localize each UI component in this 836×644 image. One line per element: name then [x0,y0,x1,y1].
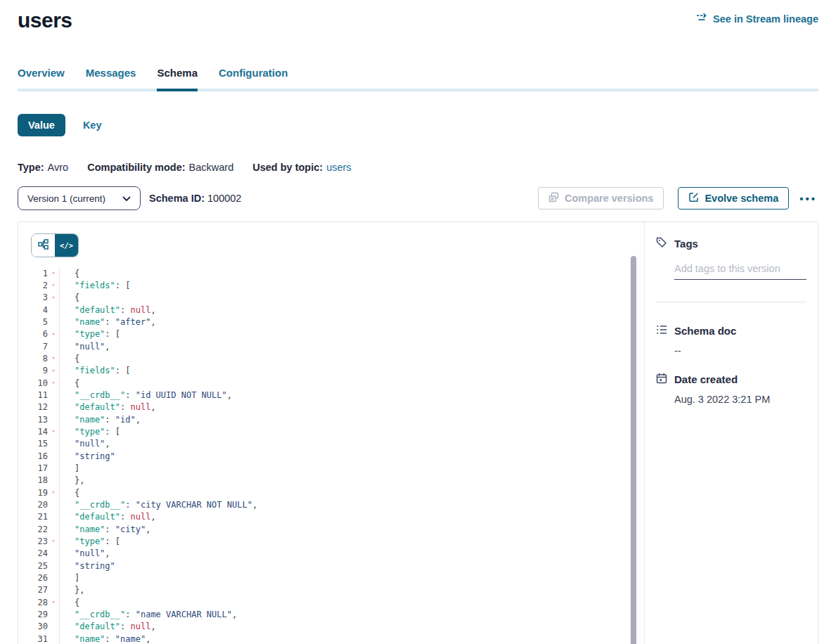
line-number: 19 [18,488,48,498]
fold-toggle-icon[interactable]: ▾ [48,295,59,301]
line-number: 29 [18,610,48,619]
line-number: 2 [18,281,48,290]
see-in-stream-lineage-link[interactable]: See in Stream lineage [696,13,818,25]
date-created-section: Date created Aug. 3 2022 3:21 PM [656,373,806,405]
fold-toggle-icon[interactable]: ▾ [48,355,59,361]
tag-icon [656,237,667,250]
tab-overview[interactable]: Overview [18,67,65,89]
topic-link[interactable]: users [326,162,351,173]
value-toggle-button[interactable]: Value [18,114,65,136]
fold-toggle-icon[interactable]: ▾ [48,368,59,374]
fold-toggle-icon[interactable]: ▾ [48,538,59,544]
code-line: 10▾ { [18,377,644,389]
code-line: 15 "null", [18,438,644,450]
schema-id-label: Schema ID: [149,193,205,204]
line-number: 12 [18,402,48,412]
line-content: "default": null, [59,304,644,316]
date-created-title: Date created [674,373,738,385]
line-number: 11 [18,390,48,400]
code-view-button[interactable]: </> [55,234,78,257]
code-line: 3▾ { [18,292,644,304]
chevron-down-icon [122,193,131,204]
line-number: 15 [18,439,48,449]
evolve-schema-label: Evolve schema [705,193,778,204]
sidebar-divider [656,302,806,302]
line-content: "string" [59,450,644,462]
line-content: { [59,377,644,389]
fold-toggle-icon[interactable]: ▾ [48,489,59,496]
value-key-toggle: Value Key [18,114,818,136]
fold-toggle-icon[interactable]: ▾ [48,270,59,276]
tab-configuration[interactable]: Configuration [219,67,288,89]
code-line: 12 "default": null, [18,401,644,413]
tree-view-icon [38,239,49,252]
evolve-schema-button[interactable]: Evolve schema [678,187,789,210]
code-line: 21 "default": null, [18,511,644,523]
add-tags-input[interactable] [674,259,806,280]
stream-lineage-label: See in Stream lineage [713,13,818,25]
line-content: "type": [ [59,328,644,340]
schema-controls: Version 1 (current) Schema ID: 100002 Co… [18,186,818,210]
code-line: 11 "__crdb__": "id UUID NOT NULL", [18,389,644,401]
compare-versions-label: Compare versions [565,193,654,204]
line-number: 6 [18,329,48,339]
code-line: 22 "name": "city", [18,523,644,535]
schema-id: Schema ID: 100002 [149,193,241,204]
code-line: 16 "string" [18,450,644,462]
line-number: 21 [18,512,48,522]
code-line: 4 "default": null, [18,304,644,316]
tags-header: Tags [656,237,806,250]
fold-toggle-icon[interactable]: ▾ [48,428,59,434]
vertical-scrollbar[interactable] [631,256,636,644]
fold-toggle-icon[interactable]: ▾ [48,282,59,288]
code-view-icon: </> [60,241,73,250]
line-content: "__crdb__": "name VARCHAR NULL", [59,608,644,620]
tab-messages[interactable]: Messages [86,67,136,89]
line-number: 23 [18,536,48,546]
fold-toggle-icon[interactable]: ▾ [48,380,59,386]
tree-view-button[interactable] [32,234,55,257]
schema-meta: Type:Avro Compatibility mode:Backward Us… [18,162,818,173]
line-number: 16 [18,451,48,461]
code-line: 27 }, [18,584,644,596]
fold-toggle-icon[interactable]: ▾ [48,599,59,605]
meta-topic-label: Used by topic: [252,162,323,173]
line-content: ] [59,462,644,474]
schema-doc-value: -- [674,345,806,356]
code-line: 25 "string" [18,560,644,572]
line-number: 30 [18,622,48,631]
line-content: "default": null, [59,621,644,633]
line-content: "name": "after", [59,316,644,328]
tab-schema[interactable]: Schema [157,67,198,89]
line-content: ] [59,572,644,584]
schema-doc-header: Schema doc [656,324,806,337]
compare-versions-button[interactable]: Compare versions [538,187,664,210]
code-line: 8▾ { [18,352,644,364]
line-number: 17 [18,463,48,473]
key-toggle-button[interactable]: Key [83,120,102,131]
more-actions-button[interactable]: ••• [798,190,818,207]
meta-compatibility-label: Compatibility mode: [87,162,185,173]
line-number: 5 [18,317,48,327]
version-select[interactable]: Version 1 (current) [18,186,141,210]
line-number: 10 [18,378,48,388]
code-line: 29 "__crdb__": "name VARCHAR NULL", [18,608,644,620]
code-line: 7 "null", [18,340,644,352]
tags-section: Tags [656,237,806,302]
version-select-value: Version 1 (current) [27,193,105,204]
line-content: "type": [ [59,535,644,547]
line-number: 9 [18,366,48,375]
line-number: 24 [18,548,48,558]
code-line: 2▾ "fields": [ [18,279,644,291]
fold-toggle-icon[interactable]: ▾ [48,331,59,337]
line-content: "null", [59,548,644,560]
line-content: "__crdb__": "city VARCHAR NOT NULL", [59,498,644,510]
schema-editor: </> 1▾{2▾ "fields": [3▾ {4 "default": nu… [18,222,644,644]
line-content: }, [59,584,644,596]
code-line: 28▾ { [18,596,644,608]
meta-used-by-topic: Used by topic:users [252,162,351,173]
schema-sidebar: Tags Schema doc [644,222,818,644]
code-line: 20 "__crdb__": "city VARCHAR NOT NULL", [18,498,644,510]
line-number: 31 [18,634,48,644]
line-number: 28 [18,598,48,607]
